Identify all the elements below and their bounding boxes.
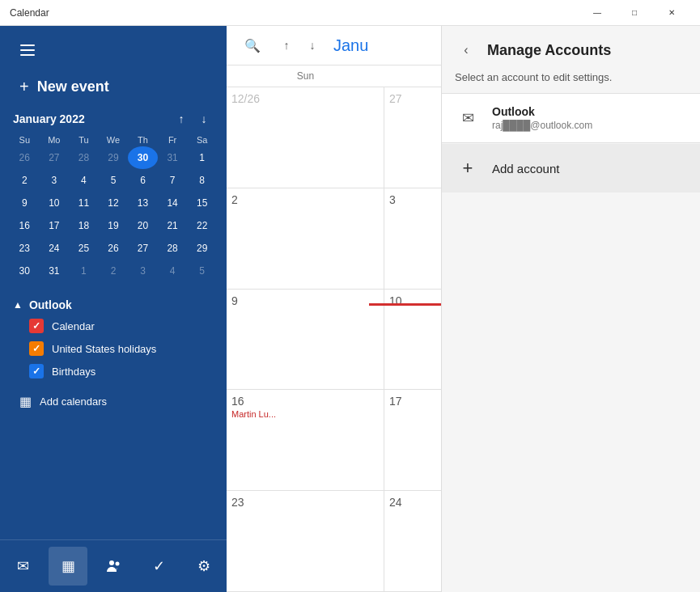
new-event-button[interactable]: + New event: [6, 71, 220, 103]
mini-cal-title: January 2022: [13, 112, 85, 125]
mini-cal-day-header: Fr: [158, 133, 188, 146]
cal-date: 12/26: [231, 92, 379, 105]
sidebar-calendar-item[interactable]: ✓Calendar: [13, 315, 214, 337]
mini-cal-day[interactable]: 17: [40, 214, 70, 237]
calendar-next-button[interactable]: ↓: [301, 34, 324, 57]
account-mail-icon: ✉: [455, 105, 481, 131]
app-title: Calendar: [10, 7, 579, 19]
mini-cal-day[interactable]: 10: [40, 192, 70, 214]
sidebar-calendar-item[interactable]: ✓United States holidays: [13, 337, 214, 360]
mini-cal-prev-button[interactable]: ↑: [172, 109, 191, 129]
new-event-label: New event: [37, 78, 109, 95]
mini-cal-day[interactable]: 28: [158, 237, 188, 260]
mini-cal-day[interactable]: 29: [99, 146, 129, 169]
mini-cal-day[interactable]: 12: [99, 192, 129, 214]
mini-cal-day[interactable]: 24: [40, 237, 70, 260]
maximize-button[interactable]: □: [616, 0, 653, 26]
toolbar-nav: ↑ ↓: [275, 34, 324, 57]
minimize-button[interactable]: —: [579, 0, 616, 26]
mini-cal-day[interactable]: 27: [128, 237, 158, 260]
sidebar-items: ✓Calendar✓United States holidays✓Birthda…: [13, 315, 214, 383]
mini-cal-day[interactable]: 23: [10, 237, 40, 260]
outlook-section-title: Outlook: [29, 298, 72, 311]
mini-cal-day[interactable]: 3: [40, 169, 70, 192]
mini-cal-day[interactable]: 22: [187, 214, 217, 237]
sidebar: + New event January 2022 ↑ ↓ SuMoTuWeThF…: [0, 26, 227, 592]
mini-cal-day[interactable]: 5: [187, 260, 217, 282]
mini-cal-day[interactable]: 31: [40, 260, 70, 282]
cal-cell[interactable]: 16Martin Lu...: [227, 390, 384, 491]
title-bar: Calendar — □ ✕: [0, 0, 700, 26]
mini-cal-day[interactable]: 1: [187, 146, 217, 169]
cal-date: 23: [231, 496, 379, 509]
cal-cell[interactable]: 2: [227, 188, 384, 290]
mini-cal-day[interactable]: 20: [128, 214, 158, 237]
outlook-section-header[interactable]: ▲ Outlook: [13, 295, 214, 315]
mini-cal-day[interactable]: 30: [10, 260, 40, 282]
mini-cal-day[interactable]: 18: [69, 214, 99, 237]
svg-point-1: [116, 562, 120, 566]
sidebar-calendar-item[interactable]: ✓Birthdays: [13, 360, 214, 383]
mini-cal-day-header: Su: [10, 133, 40, 146]
checkbox-icon: ✓: [29, 319, 44, 333]
nav-settings[interactable]: ⚙: [185, 547, 223, 586]
sidebar-header: [0, 26, 227, 71]
search-button[interactable]: 🔍: [240, 32, 265, 58]
mini-cal-day[interactable]: 6: [128, 169, 158, 192]
mini-cal-day[interactable]: 14: [158, 192, 188, 214]
mini-cal-day[interactable]: 15: [187, 192, 217, 214]
mini-cal-day[interactable]: 31: [158, 146, 188, 169]
mini-cal-day[interactable]: 29: [187, 237, 217, 260]
mini-cal-day-header: Th: [128, 133, 158, 146]
sidebar-bottom-nav: ✉ ▦ ✓ ⚙: [0, 539, 227, 592]
mini-cal-day[interactable]: 26: [99, 237, 129, 260]
nav-calendar[interactable]: ▦: [49, 547, 87, 586]
sidebar-item-label: United States holidays: [52, 343, 156, 355]
collapse-icon: ▲: [13, 299, 23, 311]
svg-point-0: [109, 560, 114, 565]
mini-cal-day[interactable]: 25: [69, 237, 99, 260]
account-info: Outlook raj████@outlook.com: [492, 105, 592, 131]
mini-cal-day[interactable]: 19: [99, 214, 129, 237]
outlook-account-item[interactable]: ✉ Outlook raj████@outlook.com: [442, 93, 700, 143]
mini-cal-day[interactable]: 4: [158, 260, 188, 282]
mini-cal-day-header: Sa: [187, 133, 217, 146]
add-calendars-label: Add calendars: [40, 395, 107, 408]
nav-tasks[interactable]: ✓: [139, 547, 178, 586]
mini-cal-day[interactable]: 2: [99, 260, 129, 282]
mini-cal-day[interactable]: 16: [10, 214, 40, 237]
nav-mail[interactable]: ✉: [3, 547, 42, 586]
mini-cal-day[interactable]: 9: [10, 192, 40, 214]
account-email: raj████@outlook.com: [492, 120, 592, 131]
add-calendars-button[interactable]: ▦ Add calendars: [6, 389, 220, 414]
cal-cell[interactable]: 12/26: [227, 87, 384, 188]
hamburger-button[interactable]: [13, 36, 42, 65]
mini-cal-day[interactable]: 5: [99, 169, 129, 192]
mini-cal-day[interactable]: 2: [10, 169, 40, 192]
outlook-section: ▲ Outlook ✓Calendar✓United States holida…: [0, 289, 227, 386]
mini-cal-day[interactable]: 27: [40, 146, 70, 169]
mini-cal-day[interactable]: 4: [69, 169, 99, 192]
mini-cal-day[interactable]: 21: [158, 214, 188, 237]
manage-panel-title: Manage Accounts: [487, 42, 611, 59]
cal-cell[interactable]: 9: [227, 290, 384, 391]
mini-cal-day[interactable]: 13: [128, 192, 158, 214]
mini-cal-day[interactable]: 7: [158, 169, 188, 192]
add-calendars-icon: ▦: [19, 394, 32, 409]
mini-cal-day[interactable]: 30: [128, 146, 158, 169]
add-account-item[interactable]: + Add account: [442, 144, 700, 192]
mini-cal-day[interactable]: 1: [69, 260, 99, 282]
manage-panel-header: ‹ Manage Accounts: [442, 26, 700, 71]
close-button[interactable]: ✕: [653, 0, 690, 26]
mini-cal-day[interactable]: 26: [10, 146, 40, 169]
mini-cal-day[interactable]: 11: [69, 192, 99, 214]
manage-back-button[interactable]: ‹: [455, 39, 477, 61]
mini-cal-day[interactable]: 3: [128, 260, 158, 282]
cal-cell[interactable]: 23: [227, 491, 384, 592]
mini-cal-day[interactable]: 8: [187, 169, 217, 192]
calendar-prev-button[interactable]: ↑: [275, 34, 298, 57]
mini-cal-day-header: Mo: [40, 133, 70, 146]
mini-cal-next-button[interactable]: ↓: [194, 109, 214, 129]
mini-cal-day[interactable]: 28: [69, 146, 99, 169]
nav-people[interactable]: [94, 547, 133, 586]
